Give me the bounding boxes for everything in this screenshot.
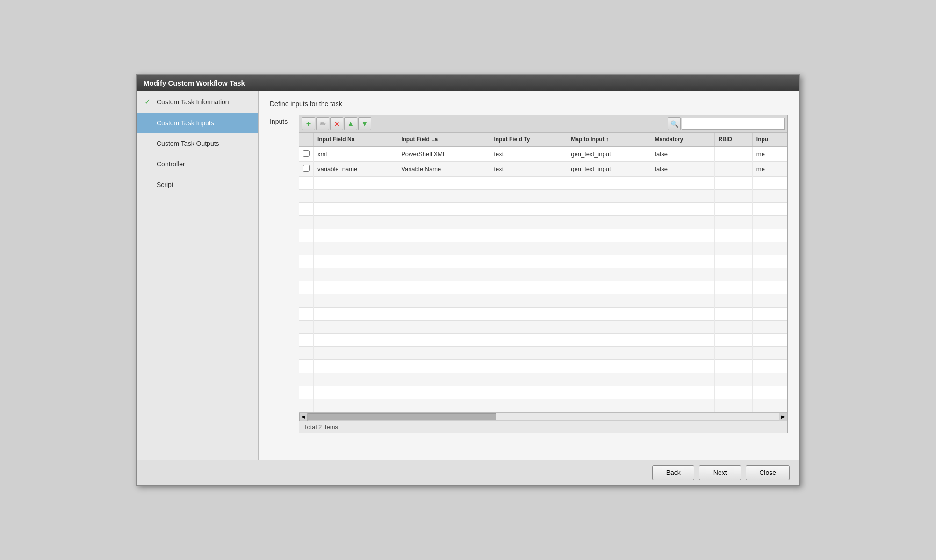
empty-row — [299, 203, 787, 216]
cell-mandatory: false — [651, 162, 714, 177]
table-container: + ✏ ✕ ▲ ▼ — [299, 115, 788, 433]
cell-input_field_type: text — [490, 146, 567, 162]
col-inpu: Inpu — [752, 133, 787, 146]
empty-row — [299, 216, 787, 229]
sidebar-item-label-custom-task-inputs: Custom Task Inputs — [157, 119, 214, 127]
table-row[interactable]: variable_nameVariable Nametextgen_text_i… — [299, 162, 787, 177]
row-checkbox[interactable] — [303, 150, 310, 157]
empty-row — [299, 321, 787, 334]
col-input-field-name: Input Field Na — [314, 133, 397, 146]
cell-rbid — [714, 146, 752, 162]
table-row[interactable]: xmlPowerShell XMLtextgen_text_inputfalse… — [299, 146, 787, 162]
empty-row — [299, 334, 787, 347]
empty-row — [299, 255, 787, 268]
total-items-label: Total 2 items — [304, 424, 338, 431]
cell-input_field_label: Variable Name — [397, 162, 490, 177]
inputs-label: Inputs — [270, 115, 293, 125]
cell-rbid — [714, 162, 752, 177]
sidebar-item-label-custom-task-outputs: Custom Task Outputs — [157, 140, 219, 147]
edit-button[interactable]: ✏ — [316, 117, 329, 130]
row-checkbox-cell[interactable] — [299, 146, 314, 162]
empty-row — [299, 360, 787, 373]
close-button[interactable]: Close — [746, 465, 790, 480]
sidebar-item-label-controller: Controller — [157, 160, 185, 168]
col-input-field-label: Input Field La — [397, 133, 490, 146]
description: Define inputs for the task — [270, 100, 788, 108]
row-checkbox[interactable] — [303, 165, 310, 172]
col-rbid: RBID — [714, 133, 752, 146]
empty-row — [299, 229, 787, 242]
table-header: Input Field Na Input Field La Input Fiel… — [299, 133, 787, 146]
cell-inpu: me — [752, 146, 787, 162]
cell-map_to_input: gen_text_input — [567, 162, 651, 177]
up-arrow-icon: ▲ — [347, 120, 354, 128]
horizontal-scrollbar[interactable]: ◀ ▶ — [299, 412, 787, 421]
scroll-left-button[interactable]: ◀ — [299, 413, 308, 421]
dialog: Modify Custom Workflow Task ✓Custom Task… — [136, 74, 800, 486]
search-input[interactable] — [682, 118, 785, 130]
move-down-button[interactable]: ▼ — [358, 117, 371, 130]
add-icon: + — [306, 119, 311, 129]
inputs-section: Inputs + ✏ ✕ ▲ — [270, 115, 788, 451]
empty-row — [299, 308, 787, 321]
scrollbar-track[interactable] — [308, 413, 779, 421]
inputs-table: Input Field Na Input Field La Input Fiel… — [299, 133, 787, 412]
move-up-button[interactable]: ▲ — [344, 117, 357, 130]
next-button[interactable]: Next — [699, 465, 741, 480]
empty-row — [299, 190, 787, 203]
cell-mandatory: false — [651, 146, 714, 162]
table-body: xmlPowerShell XMLtextgen_text_inputfalse… — [299, 146, 787, 412]
empty-row — [299, 399, 787, 412]
sidebar: ✓Custom Task InformationCustom Task Inpu… — [137, 91, 259, 460]
empty-row — [299, 373, 787, 386]
sidebar-item-custom-task-information[interactable]: ✓Custom Task Information — [137, 91, 258, 113]
dialog-footer: Back Next Close — [137, 460, 799, 485]
col-map-to-input: Map to Input ↑ — [567, 133, 651, 146]
cell-input_field_type: text — [490, 162, 567, 177]
dialog-title: Modify Custom Workflow Task — [137, 75, 799, 91]
down-arrow-icon: ▼ — [361, 120, 368, 128]
row-checkbox-cell[interactable] — [299, 162, 314, 177]
back-button[interactable]: Back — [652, 465, 694, 480]
sidebar-item-script[interactable]: Script — [137, 174, 258, 195]
search-icon-button[interactable]: 🔍 — [668, 117, 681, 130]
col-input-field-type: Input Field Ty — [490, 133, 567, 146]
delete-button[interactable]: ✕ — [330, 117, 343, 130]
scrollbar-thumb[interactable] — [308, 413, 496, 420]
cell-input_field_label: PowerShell XML — [397, 146, 490, 162]
search-icon: 🔍 — [670, 120, 678, 128]
empty-row — [299, 294, 787, 308]
toolbar: + ✏ ✕ ▲ ▼ — [299, 115, 787, 133]
cell-input_field_name: xml — [314, 146, 397, 162]
sidebar-item-label-custom-task-information: Custom Task Information — [157, 98, 229, 106]
col-check — [299, 133, 314, 146]
cell-map_to_input: gen_text_input — [567, 146, 651, 162]
sidebar-item-controller[interactable]: Controller — [137, 154, 258, 174]
status-bar: Total 2 items — [299, 421, 787, 433]
col-mandatory: Mandatory — [651, 133, 714, 146]
edit-icon: ✏ — [320, 120, 326, 129]
cell-input_field_name: variable_name — [314, 162, 397, 177]
cell-inpu: me — [752, 162, 787, 177]
table-wrapper: Input Field Na Input Field La Input Fiel… — [299, 133, 787, 412]
sidebar-item-custom-task-outputs[interactable]: Custom Task Outputs — [137, 133, 258, 154]
header-row: Input Field Na Input Field La Input Fiel… — [299, 133, 787, 146]
empty-row — [299, 177, 787, 190]
empty-row — [299, 347, 787, 360]
sidebar-item-custom-task-inputs[interactable]: Custom Task Inputs — [137, 113, 258, 133]
empty-row — [299, 242, 787, 255]
dialog-body: ✓Custom Task InformationCustom Task Inpu… — [137, 91, 799, 460]
check-icon-custom-task-information: ✓ — [144, 97, 153, 106]
add-button[interactable]: + — [302, 117, 315, 130]
scroll-right-button[interactable]: ▶ — [779, 413, 787, 421]
empty-row — [299, 268, 787, 281]
main-content: Define inputs for the task Inputs + ✏ ✕ — [259, 91, 799, 460]
delete-icon: ✕ — [334, 120, 340, 129]
empty-row — [299, 386, 787, 399]
empty-row — [299, 281, 787, 294]
sidebar-item-label-script: Script — [157, 181, 173, 188]
